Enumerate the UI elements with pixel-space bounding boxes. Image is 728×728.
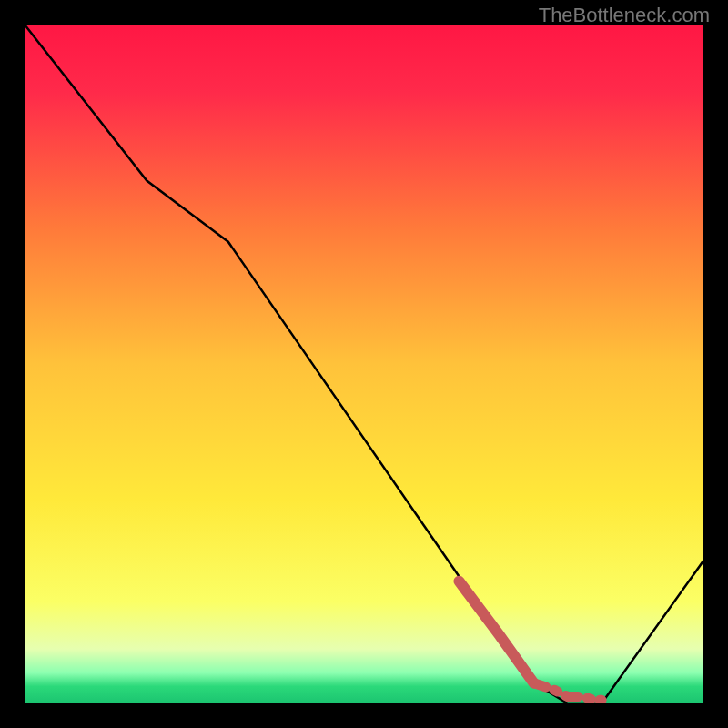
highlight-segment bbox=[459, 581, 602, 701]
bottleneck-curve bbox=[25, 25, 703, 703]
chart-curves bbox=[25, 25, 703, 703]
chart-plot-area bbox=[25, 25, 703, 703]
